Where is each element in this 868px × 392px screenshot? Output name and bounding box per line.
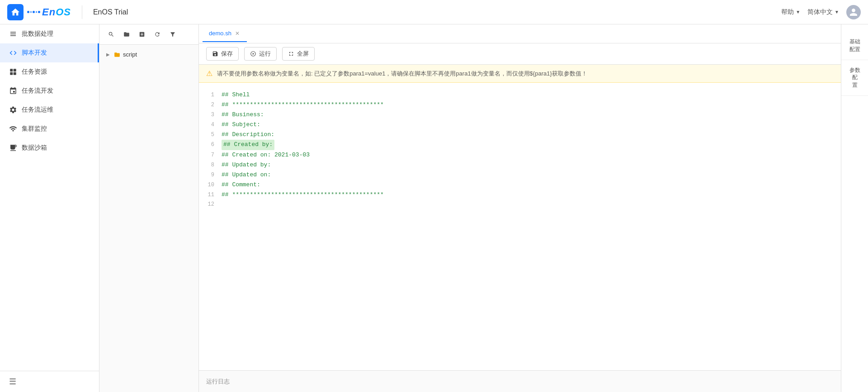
run-log-label: 运行日志	[206, 378, 230, 386]
sidebar-item-cluster-monitor[interactable]: 集群监控	[0, 119, 99, 138]
code-editor[interactable]: 1## Shell2## ***************************…	[199, 83, 841, 370]
dot3	[33, 11, 35, 13]
editor-area: demo.sh ✕ 保存 运行 全屏 ⚠ 请不要使用参数名称做为变量名，如: 已…	[199, 24, 841, 392]
line-content: ## Updated on:	[222, 170, 271, 180]
line-number: 9	[199, 170, 222, 179]
sidebar: 批数据处理 脚本开发 任务资源 任务流开发 任务	[0, 24, 99, 392]
line-content: ## *************************************…	[222, 100, 384, 110]
warning-bar: ⚠ 请不要使用参数名称做为变量名，如: 已定义了参数para1=value1，请…	[199, 65, 841, 83]
save-button[interactable]: 保存	[206, 47, 239, 61]
sidebar-item-task-resource[interactable]: 任务资源	[0, 62, 99, 81]
header-right: 帮助 ▼ 简体中文 ▼	[781, 5, 861, 19]
line-number: 10	[199, 180, 222, 189]
line-content: ## Created on: 2021-03-03	[222, 150, 310, 160]
code-line-2: 2## ************************************…	[199, 100, 841, 110]
sidebar-item-batch[interactable]: 批数据处理	[0, 24, 99, 43]
help-button[interactable]: 帮助 ▼	[781, 8, 800, 16]
enos-text: EnOS	[42, 6, 71, 18]
fullscreen-button[interactable]: 全屏	[282, 47, 315, 61]
run-label: 运行	[259, 50, 271, 58]
run-log: 运行日志	[199, 370, 841, 392]
save-label: 保存	[221, 50, 233, 58]
line-content: ## Updated by:	[222, 160, 271, 170]
basic-config-btn[interactable]: 基础 配置	[841, 32, 868, 60]
svg-rect-0	[10, 69, 13, 71]
filter-button[interactable]	[166, 28, 179, 41]
dot5	[38, 11, 40, 13]
line-content: ## Shell	[222, 90, 250, 100]
line-content: ## Comment:	[222, 180, 260, 190]
add-file-button[interactable]	[136, 28, 148, 41]
refresh-button[interactable]	[151, 28, 164, 41]
task-resource-icon	[9, 68, 17, 76]
folder-button[interactable]	[120, 28, 133, 41]
line-content: ## Description:	[222, 130, 274, 140]
logo-dots	[27, 11, 40, 13]
run-icon	[250, 51, 256, 57]
code-line-9: 9## Updated on:	[199, 170, 841, 180]
param-config-label: 参数 配 置	[849, 66, 860, 89]
code-line-8: 8## Updated by:	[199, 160, 841, 170]
sidebar-collapse-btn[interactable]: ☰	[0, 371, 99, 392]
file-tree-script-folder[interactable]: ▶ script	[99, 48, 198, 61]
header: EnOS EnOS Trial 帮助 ▼ 简体中文 ▼	[0, 0, 868, 24]
line-number: 12	[199, 200, 222, 209]
line-number: 8	[199, 161, 222, 170]
enos-brand-logo: EnOS	[27, 6, 71, 18]
save-icon	[212, 51, 218, 57]
search-button[interactable]	[105, 28, 118, 41]
lang-button[interactable]: 简体中文 ▼	[807, 8, 839, 16]
sidebar-item-data-sandbox[interactable]: 数据沙箱	[0, 138, 99, 157]
code-line-7: 7## Created on: 2021-03-03	[199, 150, 841, 160]
svg-rect-2	[10, 72, 13, 75]
script-icon	[9, 49, 17, 57]
user-avatar[interactable]	[846, 5, 861, 19]
fullscreen-label: 全屏	[297, 50, 309, 58]
home-icon[interactable]	[7, 4, 24, 20]
cluster-monitor-icon	[9, 125, 17, 133]
line-number: 1	[199, 90, 222, 99]
sidebar-item-workflow-dev[interactable]: 任务流开发	[0, 81, 99, 100]
batch-icon	[9, 30, 17, 38]
param-config-btn[interactable]: 参数 配 置	[841, 60, 868, 96]
dot2	[30, 11, 32, 13]
svg-rect-1	[14, 69, 16, 71]
code-line-6: 6## Created by:	[199, 140, 841, 150]
dot1	[27, 11, 29, 13]
line-content: ## *************************************…	[222, 190, 384, 200]
dot4	[36, 11, 37, 13]
editor-tabs: demo.sh ✕	[199, 24, 841, 43]
right-panel: 基础 配置 参数 配 置	[841, 24, 868, 392]
sidebar-item-workflow-ops[interactable]: 任务流运维	[0, 100, 99, 119]
line-number: 3	[199, 110, 222, 119]
chevron-down-icon: ▼	[796, 9, 800, 14]
code-line-10: 10## Comment:	[199, 180, 841, 190]
workflow-dev-icon	[9, 87, 17, 95]
sidebar-item-script[interactable]: 脚本开发	[0, 43, 99, 62]
line-number: 11	[199, 190, 222, 199]
code-line-4: 4## Subject:	[199, 120, 841, 130]
tab-label: demo.sh	[209, 30, 231, 37]
code-line-11: 11## ***********************************…	[199, 190, 841, 200]
file-tree: ▶ script	[99, 45, 198, 392]
line-number: 4	[199, 120, 222, 129]
main-wrapper: 批数据处理 脚本开发 任务资源 任务流开发 任务	[0, 24, 868, 392]
collapse-icon: ☰	[9, 377, 16, 387]
code-line-3: 3## Business:	[199, 110, 841, 120]
warning-text: 请不要使用参数名称做为变量名，如: 已定义了参数para1=value1，请确保…	[217, 70, 587, 78]
line-content: ## Subject:	[222, 120, 260, 130]
run-button[interactable]: 运行	[244, 47, 277, 61]
svg-rect-3	[14, 72, 16, 75]
file-toolbar	[99, 24, 198, 45]
tab-demo-sh[interactable]: demo.sh ✕	[203, 26, 247, 42]
workflow-ops-icon	[9, 106, 17, 114]
folder-icon	[114, 52, 120, 58]
logo-area: EnOS EnOS Trial	[7, 4, 128, 20]
basic-config-label: 基础 配置	[849, 38, 860, 53]
line-content: ## Created by:	[222, 140, 274, 150]
expand-icon: ▶	[105, 52, 111, 57]
code-line-12: 12	[199, 200, 841, 209]
tab-close-icon[interactable]: ✕	[234, 29, 241, 38]
fullscreen-icon	[288, 51, 294, 57]
chevron-down-icon: ▼	[835, 9, 839, 14]
